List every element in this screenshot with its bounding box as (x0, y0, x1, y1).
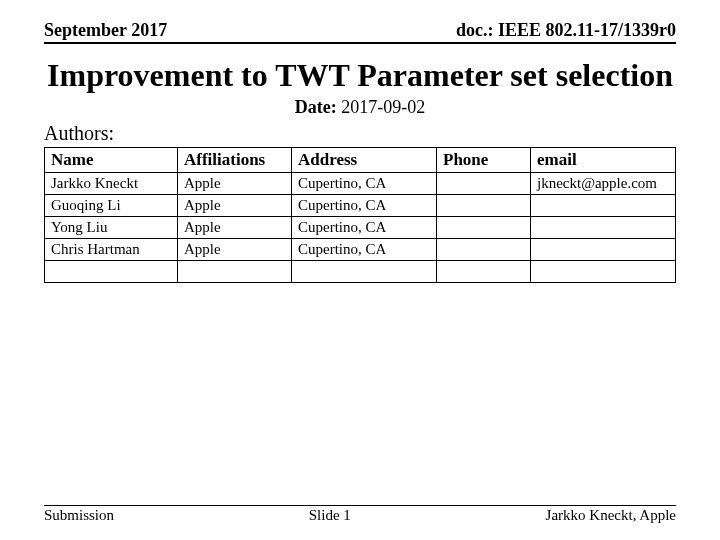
col-header-email: email (531, 148, 676, 173)
cell-addr: Cupertino, CA (292, 195, 437, 217)
col-header-addr: Address (292, 148, 437, 173)
table-row (45, 261, 676, 283)
header-date: September 2017 (44, 20, 167, 41)
header-row: September 2017 doc.: IEEE 802.11-17/1339… (44, 20, 676, 44)
cell-email (531, 261, 676, 283)
cell-affil: Apple (178, 195, 292, 217)
footer-center: Slide 1 (309, 507, 351, 524)
cell-name: Chris Hartman (45, 239, 178, 261)
footer-right: Jarkko Kneckt, Apple (546, 507, 676, 524)
cell-affil: Apple (178, 239, 292, 261)
cell-phone (437, 173, 531, 195)
cell-phone (437, 261, 531, 283)
slide-title: Improvement to TWT Parameter set selecti… (44, 58, 676, 93)
cell-addr: Cupertino, CA (292, 217, 437, 239)
authors-table: Name Affiliations Address Phone email Ja… (44, 147, 676, 283)
cell-phone (437, 217, 531, 239)
cell-affil: Apple (178, 173, 292, 195)
cell-name: Yong Liu (45, 217, 178, 239)
cell-addr: Cupertino, CA (292, 239, 437, 261)
cell-name (45, 261, 178, 283)
cell-email (531, 195, 676, 217)
cell-name: Jarkko Kneckt (45, 173, 178, 195)
date-label: Date: (295, 97, 337, 117)
cell-phone (437, 239, 531, 261)
table-row: Guoqing Li Apple Cupertino, CA (45, 195, 676, 217)
cell-affil (178, 261, 292, 283)
col-header-affil: Affiliations (178, 148, 292, 173)
authors-label: Authors: (44, 122, 676, 145)
cell-addr: Cupertino, CA (292, 173, 437, 195)
header-doc-id: doc.: IEEE 802.11-17/1339r0 (456, 20, 676, 41)
table-header-row: Name Affiliations Address Phone email (45, 148, 676, 173)
col-header-phone: Phone (437, 148, 531, 173)
cell-addr (292, 261, 437, 283)
cell-name: Guoqing Li (45, 195, 178, 217)
footer-row: Submission Slide 1 Jarkko Kneckt, Apple (44, 505, 676, 524)
cell-phone (437, 195, 531, 217)
cell-email: jkneckt@apple.com (531, 173, 676, 195)
date-line: Date: 2017-09-02 (44, 97, 676, 118)
date-value: 2017-09-02 (341, 97, 425, 117)
table-row: Yong Liu Apple Cupertino, CA (45, 217, 676, 239)
cell-email (531, 239, 676, 261)
footer-left: Submission (44, 507, 114, 524)
table-row: Chris Hartman Apple Cupertino, CA (45, 239, 676, 261)
cell-affil: Apple (178, 217, 292, 239)
col-header-name: Name (45, 148, 178, 173)
slide-page: September 2017 doc.: IEEE 802.11-17/1339… (44, 20, 676, 520)
table-row: Jarkko Kneckt Apple Cupertino, CA jkneck… (45, 173, 676, 195)
cell-email (531, 217, 676, 239)
